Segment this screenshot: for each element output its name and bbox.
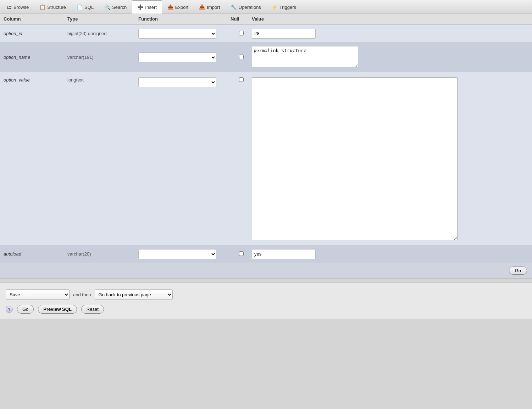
value-textarea-option-name[interactable]: permalink_structure	[252, 46, 358, 67]
value-autoload	[252, 249, 528, 259]
triggers-icon: ⚡	[272, 4, 278, 10]
header-type: Type	[67, 16, 138, 22]
col-option-value: option_value	[4, 77, 67, 83]
function-select-option-value[interactable]	[138, 77, 216, 87]
function-select-option-name[interactable]	[138, 52, 216, 62]
value-option-id	[252, 29, 528, 39]
main-content: Column Type Function Null Value option_i…	[0, 13, 532, 279]
function-option-id	[138, 29, 231, 39]
col-option-name: option_name	[4, 55, 67, 60]
tab-export[interactable]: 📤 Export	[162, 0, 194, 13]
tab-bar: 🗂 Browse 📋 Structure 📄 SQL 🔍 Search ➕ In…	[0, 0, 532, 13]
bottom-row2: ? Go Preview SQL Reset	[6, 305, 526, 314]
bottom-row1: Save and then Go back to previous page I…	[6, 289, 526, 300]
header-null: Null	[231, 16, 252, 22]
go-button[interactable]: Go	[509, 267, 527, 275]
null-checkbox-autoload[interactable]	[239, 251, 244, 256]
table-row: option_value longtext	[0, 72, 532, 245]
header-column: Column	[4, 16, 67, 22]
value-input-autoload[interactable]	[252, 249, 316, 259]
help-icon[interactable]: ?	[6, 306, 13, 313]
table-row: option_id bigint(20) unsigned	[0, 25, 532, 43]
function-autoload	[138, 249, 231, 259]
value-option-value	[252, 77, 528, 241]
type-option-value: longtext	[67, 77, 138, 83]
tab-structure[interactable]: 📋 Structure	[34, 0, 71, 13]
null-option-id	[231, 31, 252, 37]
search-icon: 🔍	[104, 4, 110, 10]
export-icon: 📤	[167, 4, 173, 10]
value-textarea-option-value[interactable]	[252, 77, 458, 240]
tab-sql[interactable]: 📄 SQL	[71, 0, 99, 13]
tab-import[interactable]: 📥 Import	[194, 0, 225, 13]
browse-icon: 🗂	[7, 4, 12, 10]
preview-sql-button[interactable]: Preview SQL	[38, 305, 77, 314]
structure-icon: 📋	[39, 4, 45, 10]
null-option-value	[231, 77, 252, 83]
table-row: autoload varchar(20)	[0, 245, 532, 263]
header-function: Function	[138, 16, 231, 22]
tab-search[interactable]: 🔍 Search	[99, 0, 132, 13]
col-option-id: option_id	[4, 31, 67, 36]
type-autoload: varchar(20)	[67, 251, 138, 257]
value-option-name: permalink_structure	[252, 46, 528, 68]
null-checkbox-option-id[interactable]	[239, 31, 244, 35]
tab-insert[interactable]: ➕ Insert	[132, 0, 162, 13]
null-autoload	[231, 251, 252, 257]
and-then-label: and then	[73, 292, 91, 297]
operations-icon: 🔧	[231, 4, 237, 10]
go-button-row: Go	[0, 263, 532, 279]
andthen-select[interactable]: Go back to previous page Insert another …	[95, 289, 173, 300]
tab-browse[interactable]: 🗂 Browse	[1, 0, 34, 13]
function-option-value	[138, 77, 231, 87]
insert-icon: ➕	[137, 4, 143, 10]
function-option-name	[138, 52, 231, 62]
type-option-id: bigint(20) unsigned	[67, 31, 138, 36]
import-icon: 📥	[199, 4, 205, 10]
type-option-name: varchar(191)	[67, 55, 138, 60]
table-row: option_name varchar(191) permalink_struc…	[0, 43, 532, 72]
null-checkbox-option-name[interactable]	[239, 55, 244, 59]
function-select-option-id[interactable]	[138, 29, 216, 39]
sql-icon: 📄	[77, 4, 83, 10]
null-checkbox-option-value[interactable]	[239, 77, 244, 82]
save-select[interactable]: Save	[6, 289, 70, 300]
table-header: Column Type Function Null Value	[0, 13, 532, 25]
reset-button[interactable]: Reset	[81, 305, 104, 314]
col-autoload: autoload	[4, 251, 67, 257]
tab-triggers[interactable]: ⚡ Triggers	[266, 0, 301, 13]
go-action-button[interactable]: Go	[17, 305, 34, 314]
bottom-panel: Save and then Go back to previous page I…	[0, 282, 532, 319]
tab-operations[interactable]: 🔧 Operations	[225, 0, 266, 13]
value-input-option-id[interactable]	[252, 29, 316, 39]
function-select-autoload[interactable]	[138, 249, 216, 259]
header-value: Value	[252, 16, 528, 22]
null-option-name	[231, 55, 252, 60]
